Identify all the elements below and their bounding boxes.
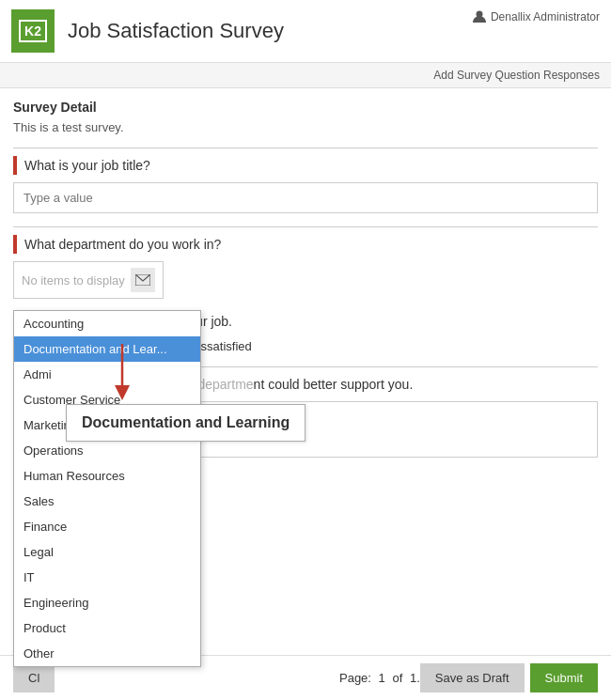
job-title-input[interactable] bbox=[13, 182, 598, 213]
sub-header[interactable]: Add Survey Question Responses bbox=[0, 63, 611, 88]
tooltip-documentation: Documentation and Learning bbox=[66, 404, 306, 442]
dropdown-item-it[interactable]: IT bbox=[14, 565, 200, 590]
dropdown-item-documentation[interactable]: Documentation and Lear... bbox=[14, 336, 200, 362]
dropdown-item-sales[interactable]: Sales bbox=[14, 489, 200, 514]
submit-button[interactable]: Submit bbox=[530, 663, 598, 692]
page-title: Job Satisfaction Survey bbox=[68, 19, 284, 43]
dropdown-envelope-icon[interactable] bbox=[131, 268, 155, 292]
svg-marker-3 bbox=[115, 385, 130, 400]
department-dropdown[interactable]: No items to display bbox=[13, 261, 164, 299]
divider-2 bbox=[13, 226, 598, 227]
footer-left: Cl bbox=[13, 663, 339, 692]
dropdown-item-finance[interactable]: Finance bbox=[14, 514, 200, 539]
dropdown-item-legal[interactable]: Legal bbox=[14, 539, 200, 565]
q2-bar bbox=[13, 235, 17, 254]
section-title: Survey Detail bbox=[13, 100, 598, 115]
dropdown-placeholder: No items to display bbox=[22, 273, 127, 288]
q1-block: What is your job title? bbox=[13, 156, 598, 213]
divider-1 bbox=[13, 148, 598, 148]
dropdown-item-other[interactable]: Other bbox=[14, 641, 200, 666]
user-icon bbox=[472, 9, 487, 24]
q2-block: What department do you work in? No items… bbox=[13, 235, 598, 299]
dropdown-item-engineering[interactable]: Engineering bbox=[14, 590, 200, 615]
q1-bar bbox=[13, 156, 17, 175]
clear-button[interactable]: Cl bbox=[13, 663, 55, 692]
page-info: Page: 1 of 1. bbox=[339, 671, 420, 685]
tooltip-text: Documentation and Learning bbox=[82, 414, 290, 430]
logo-text: K2 bbox=[19, 20, 47, 42]
page-total: 1. bbox=[410, 671, 420, 685]
q2-label: What department do you work in? bbox=[13, 235, 598, 254]
page-current: 1 bbox=[379, 671, 385, 685]
dropdown-item-operations[interactable]: Operations bbox=[14, 438, 200, 463]
k2-logo: K2 bbox=[11, 9, 55, 53]
dropdown-item-hr[interactable]: Human Resources bbox=[14, 463, 200, 489]
user-name: Denallix Administrator bbox=[491, 10, 600, 23]
user-info: Denallix Administrator bbox=[472, 9, 600, 24]
page-label: Page: bbox=[339, 671, 371, 685]
page-of: of bbox=[392, 671, 402, 685]
app-header: K2 Job Satisfaction Survey Denallix Admi… bbox=[0, 0, 611, 63]
section-desc: This is a test survey. bbox=[13, 120, 598, 134]
survey-detail-section: Survey Detail This is a test survey. bbox=[13, 100, 598, 134]
dropdown-item-accounting[interactable]: Accounting bbox=[14, 311, 200, 336]
save-draft-button[interactable]: Save as Draft bbox=[420, 663, 525, 692]
action-link[interactable]: Add Survey Question Responses bbox=[433, 69, 600, 82]
envelope-svg bbox=[135, 274, 150, 286]
dropdown-item-product[interactable]: Product bbox=[14, 615, 200, 641]
dropdown-popup: Accounting Documentation and Lear... Adm… bbox=[13, 310, 201, 667]
dropdown-item-admin[interactable]: Admi bbox=[14, 362, 200, 387]
arrow-down-indicator bbox=[113, 344, 132, 403]
q1-label: What is your job title? bbox=[13, 156, 598, 175]
